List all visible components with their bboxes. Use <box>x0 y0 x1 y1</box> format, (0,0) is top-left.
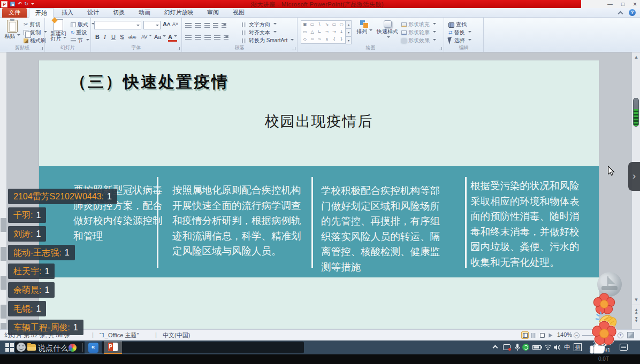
shapes-gallery[interactable]: ▣▭\↘▭○ ▭△∟¬→↓ ◇≈~∧{} <box>301 20 346 44</box>
decrease-indent-icon[interactable] <box>204 23 210 28</box>
tab-home[interactable]: 开始 <box>29 8 54 18</box>
strikethrough-button[interactable]: abc <box>128 34 136 40</box>
vertical-scrollbar[interactable]: ▲ ▼ ▲▲ ▼▼ <box>631 52 640 329</box>
start-button[interactable] <box>5 343 14 352</box>
scroll-down-icon[interactable]: ▼ <box>632 297 640 303</box>
columns-icon[interactable] <box>224 35 228 40</box>
shape-icon[interactable]: { <box>333 37 336 42</box>
undo-icon[interactable]: ↶ <box>18 2 22 6</box>
help-icon[interactable]: ? <box>629 9 636 16</box>
shape-icon[interactable]: ○ <box>340 22 344 27</box>
rainbow-logo-icon[interactable] <box>68 344 77 352</box>
zoom-level[interactable]: 140% <box>557 331 572 338</box>
next-slide-button[interactable]: ▼▼ <box>632 316 640 322</box>
normal-view-button[interactable] <box>521 331 529 339</box>
qat-dropdown-icon[interactable] <box>31 3 34 6</box>
previous-slide-button[interactable]: ▲▲ <box>632 308 640 313</box>
underline-button[interactable]: U <box>111 34 116 40</box>
font-name-select[interactable] <box>94 21 141 29</box>
justify-icon[interactable] <box>214 35 220 40</box>
font-size-select[interactable] <box>143 21 161 29</box>
tab-transitions[interactable]: 切换 <box>107 8 131 18</box>
align-text-button[interactable]: 对齐文本 <box>242 29 277 36</box>
language-indicator[interactable]: 中文(中国) <box>163 331 190 339</box>
font-color-button[interactable]: A <box>168 34 177 42</box>
slide-canvas[interactable]: （三）快速处置疫情 校园出现疫情后 要按照新型冠状病毒肺炎防控方案，配合做好校内… <box>39 60 599 329</box>
line-spacing-icon[interactable] <box>222 23 226 28</box>
paste-button[interactable]: 粘贴 <box>3 20 21 40</box>
shape-icon[interactable]: → <box>332 30 336 34</box>
ime-mode-indicator[interactable]: 拼 <box>574 343 582 351</box>
shape-icon[interactable]: △ <box>310 30 314 34</box>
grow-font-button[interactable]: A˄ <box>163 21 170 27</box>
collapse-ribbon-icon[interactable] <box>618 11 622 14</box>
arrange-button[interactable]: 排列 <box>354 20 375 35</box>
shape-outline-button[interactable]: 形状轮廓 <box>401 29 436 36</box>
shape-icon[interactable]: \ <box>319 22 321 27</box>
file-explorer-icon[interactable] <box>27 344 36 351</box>
volume-icon[interactable] <box>554 344 561 351</box>
shape-fill-button[interactable]: 形状填充 <box>401 21 436 28</box>
tab-review[interactable]: 审阅 <box>201 8 225 18</box>
shape-icon[interactable]: ▭ <box>332 22 337 27</box>
replace-button[interactable]: ⇄替换 <box>448 29 471 36</box>
shape-icon[interactable]: ∟ <box>318 30 322 34</box>
bullet-list-icon[interactable] <box>185 23 192 28</box>
shape-icon[interactable]: ▣ <box>303 22 307 27</box>
tab-view[interactable]: 视图 <box>227 8 250 18</box>
reset-button[interactable]: ↻重设 <box>71 29 87 36</box>
save-icon[interactable] <box>10 2 15 6</box>
slide-sorter-button[interactable] <box>530 331 537 339</box>
microphone-icon[interactable] <box>515 344 520 351</box>
antivirus-tray-icon[interactable] <box>522 344 529 351</box>
shape-icon[interactable]: ▭ <box>310 22 315 27</box>
slideshow-view-button[interactable] <box>547 331 554 339</box>
fit-to-window-button[interactable] <box>627 332 634 338</box>
italic-button[interactable]: I <box>104 34 106 40</box>
powerpoint-app-icon[interactable]: P <box>1 1 7 7</box>
shape-effects-button[interactable]: 形状效果 <box>401 37 436 44</box>
shape-icon[interactable]: ¬ <box>325 30 329 34</box>
tab-insert[interactable]: 插入 <box>56 8 79 18</box>
shrink-font-button[interactable]: A˅ <box>172 21 178 27</box>
zoom-out-button[interactable]: − <box>574 332 580 338</box>
scroll-up-icon[interactable]: ▲ <box>632 55 640 60</box>
text-shadow-button[interactable]: S <box>120 34 124 40</box>
taskbar-item-meeting-app[interactable]: « <box>85 341 102 354</box>
ime-language-indicator[interactable]: 中 <box>564 344 570 351</box>
shape-icon[interactable]: ◇ <box>303 37 307 42</box>
new-slide-button[interactable]: 新建幻灯片 <box>47 19 70 42</box>
dialog-launcher-icon[interactable] <box>177 47 180 50</box>
shape-icon[interactable]: ▭ <box>303 30 307 34</box>
section-button[interactable]: 节 <box>71 37 89 44</box>
change-case-button[interactable]: Aa <box>154 34 166 40</box>
align-center-icon[interactable] <box>195 35 201 40</box>
shape-icon[interactable]: ∧ <box>325 37 329 42</box>
increase-indent-icon[interactable] <box>213 23 218 28</box>
cut-button[interactable]: ✂剪切 <box>24 21 40 28</box>
wifi-icon[interactable] <box>544 344 552 351</box>
minimize-button[interactable]: — <box>607 2 613 7</box>
dialog-launcher-icon[interactable] <box>292 47 295 50</box>
zoom-in-button[interactable]: + <box>618 332 623 338</box>
bold-button[interactable]: B <box>95 34 100 40</box>
reading-view-button[interactable] <box>538 331 546 339</box>
find-button[interactable]: 查找 <box>448 21 467 28</box>
align-left-icon[interactable] <box>185 35 192 40</box>
dialog-launcher-icon[interactable] <box>439 47 442 50</box>
screen-record-icon[interactable] <box>503 344 511 350</box>
redo-icon[interactable]: ↻ <box>25 2 29 6</box>
tab-design[interactable]: 设计 <box>81 8 105 18</box>
emoji-smiley-icon[interactable] <box>17 343 26 352</box>
shape-icon[interactable]: ~ <box>318 37 322 42</box>
shape-icon[interactable]: } <box>340 37 343 42</box>
tab-animations[interactable]: 动画 <box>133 8 156 18</box>
maximize-button[interactable]: □ <box>621 2 624 7</box>
quick-styles-button[interactable]: 快速样式 <box>376 20 399 41</box>
shapes-gallery-scrollbar[interactable]: ▴▾▾ <box>346 20 352 44</box>
taskbar-item-powerpoint[interactable]: P <box>104 341 122 354</box>
align-right-icon[interactable] <box>204 35 211 40</box>
action-center-icon[interactable] <box>620 344 628 351</box>
tab-file[interactable]: 文件 <box>2 8 27 18</box>
shape-icon[interactable]: ↘ <box>325 22 329 27</box>
